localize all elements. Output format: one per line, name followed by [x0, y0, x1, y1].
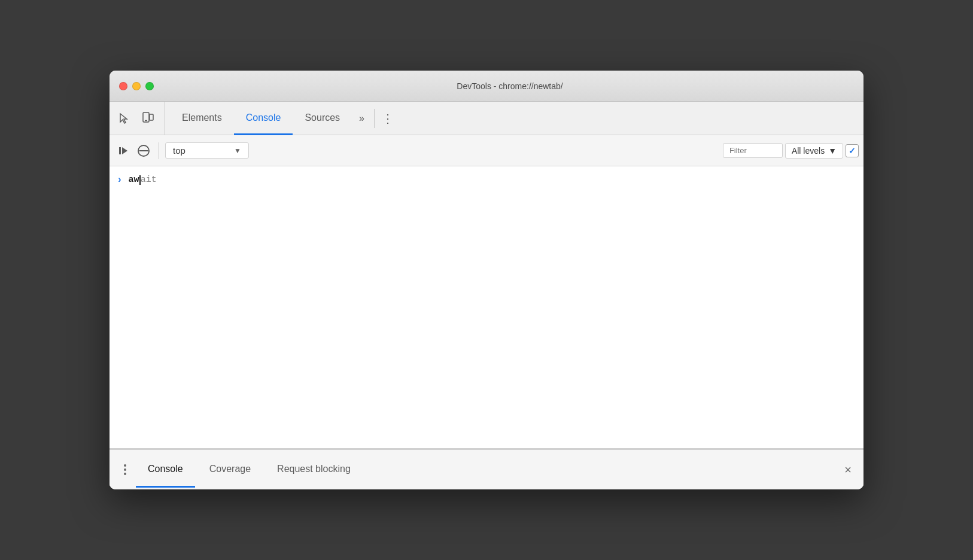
close-bottom-panel-button[interactable]: ×	[840, 461, 856, 478]
tab-sources[interactable]: Sources	[293, 102, 352, 135]
tab-elements[interactable]: Elements	[170, 102, 234, 135]
bottom-panel: Console Coverage Request blocking ×	[110, 449, 863, 489]
levels-label: All levels	[792, 146, 825, 156]
bottom-tab-coverage[interactable]: Coverage	[197, 450, 263, 489]
devtools-panel: Elements Console Sources » ⋮	[110, 102, 863, 489]
devtools-menu-button[interactable]: ⋮	[377, 102, 399, 135]
autocomplete-text: ait	[141, 175, 157, 185]
devtools-window: DevTools - chrome://newtab/	[110, 71, 863, 489]
clear-icon	[137, 144, 150, 157]
dot-1	[124, 464, 126, 467]
tab-console[interactable]: Console	[234, 102, 293, 135]
maximize-button[interactable]	[145, 82, 154, 90]
bottom-tab-request-blocking[interactable]: Request blocking	[265, 450, 363, 489]
dot-3	[124, 473, 126, 475]
window-title: DevTools - chrome://newtab/	[166, 81, 854, 91]
close-button[interactable]	[119, 82, 127, 90]
settings-checkbox[interactable]: ✓	[846, 144, 859, 157]
console-content[interactable]: › await	[110, 166, 863, 449]
toolbar-separator-1	[159, 142, 159, 159]
cursor-icon	[118, 112, 130, 124]
devtools-icon-group	[114, 102, 165, 135]
clear-console-button[interactable]	[135, 142, 153, 160]
main-tab-bar: Elements Console Sources » ⋮	[110, 102, 863, 135]
console-input-text: await	[129, 175, 157, 185]
device-icon	[141, 112, 154, 125]
context-selector[interactable]: top ▼	[165, 142, 249, 159]
console-toolbar: top ▼ All levels ▼ ✓	[110, 135, 863, 166]
more-tabs-button[interactable]: »	[352, 102, 372, 135]
preserve-log-button[interactable]	[114, 142, 132, 160]
device-toggle-button[interactable]	[138, 109, 157, 128]
log-levels-selector[interactable]: All levels ▼	[785, 143, 843, 159]
title-bar: DevTools - chrome://newtab/	[110, 71, 863, 102]
bottom-tab-console[interactable]: Console	[136, 450, 195, 489]
dot-2	[124, 468, 126, 471]
console-entry: › await	[110, 171, 863, 193]
active-tab-indicator	[136, 486, 195, 488]
traffic-lights	[119, 82, 154, 90]
play-pause-icon	[119, 147, 127, 154]
tab-separator	[374, 109, 375, 128]
context-label: top	[173, 145, 186, 156]
inspect-element-button[interactable]	[114, 109, 133, 128]
context-dropdown-arrow: ▼	[234, 147, 241, 155]
console-prompt[interactable]: ›	[117, 175, 123, 185]
filter-input[interactable]	[723, 143, 783, 158]
bottom-panel-menu[interactable]	[117, 461, 133, 478]
svg-rect-1	[150, 114, 153, 120]
minimize-button[interactable]	[132, 82, 141, 90]
typed-text: aw	[129, 175, 139, 185]
levels-arrow: ▼	[828, 146, 837, 156]
